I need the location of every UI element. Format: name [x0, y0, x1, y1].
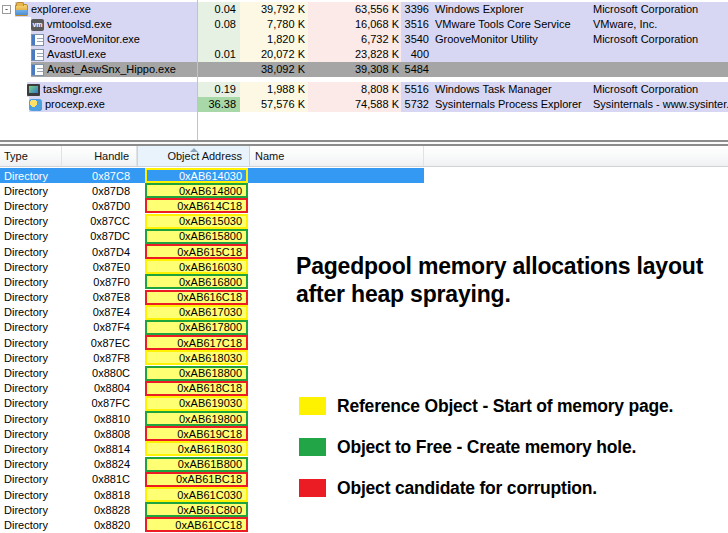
object-address-box-green: 0xAB61C800: [145, 502, 248, 517]
handle-type-cell: Directory: [0, 215, 62, 227]
handle-row[interactable]: Directory0x87CC0xAB615030: [0, 214, 424, 229]
process-description-cell: VMware Tools Core Service: [431, 17, 590, 32]
handle-value-cell: 0x8820: [62, 519, 130, 531]
handle-value-cell: 0x8810: [62, 413, 130, 425]
process-name-label: procexp.exe: [45, 97, 105, 112]
handle-value-cell: 0x87DC: [62, 230, 130, 242]
process-row[interactable]: taskmgr.exe0.191,988 K8,808 K5516Windows…: [0, 82, 728, 97]
handle-table-header: Type Handle Object Address Name: [0, 146, 728, 167]
handle-type-cell: Directory: [0, 230, 62, 242]
handle-value-cell: 0x8828: [62, 504, 130, 516]
handle-row[interactable]: Directory0x87DC0xAB615800: [0, 229, 424, 244]
window-icon: [31, 64, 44, 76]
handle-value-cell: 0x87D4: [62, 246, 130, 258]
handle-type-cell: Directory: [0, 200, 62, 212]
process-row[interactable]: explorer.exe-0.0439,792 K63,556 K3396Win…: [0, 2, 728, 17]
column-header-name[interactable]: Name: [250, 146, 424, 166]
object-address-box-red: 0xAB61BC18: [145, 472, 248, 487]
object-address-box-yellow: 0xAB617030: [145, 305, 248, 320]
handle-row[interactable]: Directory0x87E80xAB616C18: [0, 290, 424, 305]
tree-indent: [0, 17, 31, 32]
column-header-type[interactable]: Type: [0, 146, 62, 166]
process-company-cell: Sysinternals - www.sysinter...: [590, 97, 728, 112]
handle-row[interactable]: Directory0x87F00xAB616800: [0, 274, 424, 289]
taskmgr-icon: [27, 84, 40, 96]
handle-row[interactable]: Directory0x87E00xAB616030: [0, 259, 424, 274]
object-address-box-green: 0xAB616800: [145, 274, 248, 289]
process-cpu-cell: 36.38: [197, 97, 240, 112]
window-icon: [31, 49, 44, 61]
handle-row[interactable]: Directory0x87D80xAB614800: [0, 183, 424, 198]
column-header-object-address[interactable]: Object Address: [137, 146, 250, 166]
process-company-cell: Microsoft Corporation: [590, 32, 728, 47]
process-name-fill: AvastUI.exe: [31, 47, 197, 62]
handle-value-cell: 0x87D0: [62, 200, 130, 212]
handle-value-cell: 0x880C: [62, 367, 130, 379]
process-pid-cell: 5516: [401, 82, 431, 97]
handle-row[interactable]: Directory0x87D40xAB615C18: [0, 244, 424, 259]
handle-view-pane: Type Handle Object Address Name Director…: [0, 146, 728, 533]
column-header-handle[interactable]: Handle: [62, 146, 137, 166]
process-name-label: AvastUI.exe: [47, 47, 106, 62]
handle-type-cell: Directory: [0, 443, 62, 455]
tree-expander-icon[interactable]: -: [2, 5, 11, 14]
handle-row[interactable]: Directory0x88100xAB619800: [0, 411, 424, 426]
object-address-box-red: 0xAB617C18: [145, 335, 248, 350]
handle-row[interactable]: Directory0x880C0xAB618800: [0, 365, 424, 380]
handle-rows: Directory0x87C80xAB614030Directory0x87D8…: [0, 168, 728, 533]
handle-row[interactable]: Directory0x88140xAB61B030: [0, 441, 424, 456]
process-description-cell: Windows Explorer: [431, 2, 590, 17]
process-private-bytes-cell: 38,092 K: [240, 62, 308, 77]
process-working-set-cell: 63,556 K: [308, 2, 401, 17]
process-working-set-cell: 23,828 K: [308, 47, 401, 62]
handle-type-cell: Directory: [0, 291, 62, 303]
handle-value-cell: 0x87F0: [62, 276, 130, 288]
process-private-bytes-cell: 1,820 K: [240, 32, 308, 47]
process-cpu-cell: 0.01: [197, 47, 240, 62]
process-name-fill: procexp.exe: [29, 97, 197, 112]
handle-row[interactable]: Directory0x88080xAB619C18: [0, 426, 424, 441]
process-pid-cell: 3516: [401, 17, 431, 32]
process-name-cell: GrooveMonitor.exe: [0, 32, 197, 47]
handle-row[interactable]: Directory0x87FC0xAB619030: [0, 396, 424, 411]
process-name-label: explorer.exe: [31, 2, 91, 17]
process-row[interactable]: AvastUI.exe0.0120,072 K23,828 K400: [0, 47, 728, 62]
process-row[interactable]: procexp.exe36.3857,576 K74,588 K5732Sysi…: [0, 97, 728, 112]
process-working-set-cell: 16,068 K: [308, 17, 401, 32]
tree-indent: [0, 32, 31, 47]
handle-row[interactable]: Directory0x88240xAB61B800: [0, 457, 424, 472]
process-row[interactable]: Avast_AswSnx_Hippo.exe38,092 K39,308 K54…: [0, 62, 728, 77]
process-description-cell: Windows Task Manager: [431, 82, 590, 97]
handle-row[interactable]: Directory0x87EC0xAB617C18: [0, 335, 424, 350]
handle-row[interactable]: Directory0x88200xAB61CC18: [0, 517, 424, 532]
handle-value-cell: 0x87FC: [62, 397, 130, 409]
handle-row[interactable]: Directory0x87F40xAB617800: [0, 320, 424, 335]
process-row[interactable]: vmvmtoolsd.exe0.087,780 K16,068 K3516VMw…: [0, 17, 728, 32]
process-pid-cell: 400: [401, 47, 431, 62]
process-company-cell: [590, 47, 728, 62]
handle-type-cell: Directory: [0, 352, 62, 364]
process-row[interactable]: GrooveMonitor.exe1,820 K6,732 K3540Groov…: [0, 32, 728, 47]
process-company-cell: [590, 62, 728, 77]
process-working-set-cell: 39,308 K: [308, 62, 401, 77]
object-address-box-green: 0xAB614800: [145, 183, 248, 198]
column-header-object-address-label: Object Address: [167, 150, 242, 162]
handle-row[interactable]: Directory0x87F80xAB618030: [0, 350, 424, 365]
column-divider[interactable]: [197, 0, 198, 140]
handle-row[interactable]: Directory0x88040xAB618C18: [0, 381, 424, 396]
process-name-label: taskmgr.exe: [43, 82, 102, 97]
handle-value-cell: 0x87EC: [62, 337, 130, 349]
handle-row[interactable]: Directory0x87C80xAB614030: [0, 168, 424, 183]
handle-row[interactable]: Directory0x88180xAB61C030: [0, 487, 424, 502]
object-address-box-green: 0xAB619800: [145, 411, 248, 426]
procexp-icon: [29, 99, 42, 111]
process-private-bytes-cell: 57,576 K: [240, 97, 308, 112]
handle-row[interactable]: Directory0x88280xAB61C800: [0, 502, 424, 517]
handle-row[interactable]: Directory0x87E40xAB617030: [0, 305, 424, 320]
tree-indent: [0, 62, 31, 77]
handle-row[interactable]: Directory0x87D00xAB614C18: [0, 198, 424, 213]
vm-icon: vm: [31, 19, 44, 31]
handle-value-cell: 0x8804: [62, 382, 130, 394]
process-name-cell: vmvmtoolsd.exe: [0, 17, 197, 32]
handle-row[interactable]: Directory0x881C0xAB61BC18: [0, 472, 424, 487]
